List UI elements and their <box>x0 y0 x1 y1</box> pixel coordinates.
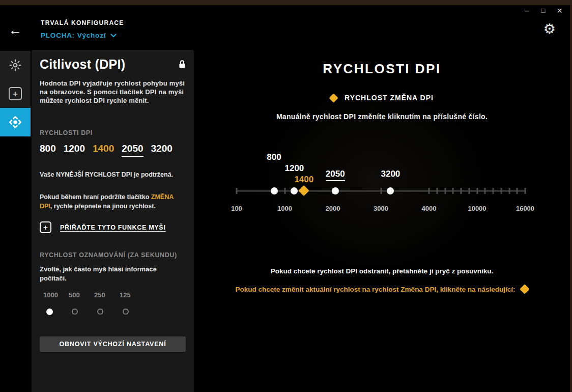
dpi-marker-label-1400[interactable]: 1400 <box>294 175 313 185</box>
chevron-down-icon <box>110 34 117 38</box>
note-dpi-shift: Pokud během hraní podržíte tlačítko ZMĚN… <box>40 192 186 211</box>
dpi-marker-1400[interactable] <box>299 185 309 196</box>
slider-tick-5000 <box>436 188 438 194</box>
report-rate-radio-1000[interactable] <box>46 309 53 315</box>
report-rate-help: Zvolte, jak často myš hlásí informace po… <box>40 265 167 283</box>
report-rate-option-label: 500 <box>65 291 80 299</box>
dpi-shift-legend: RYCHLOST ZMĚNA DPI <box>194 94 570 102</box>
main-area: RYCHLOSTI DPI RYCHLOST ZMĚNA DPI Manuáln… <box>194 50 570 392</box>
panel-description: Hodnota DPI vyjadřuje rychlost pohybu my… <box>40 79 186 105</box>
hint-shift-text: Pokud chcete změnit aktuální rychlost na… <box>236 286 516 293</box>
sidebar-item-assignments[interactable]: + <box>0 79 31 108</box>
profile-label: PLOCHA: Výchozí <box>41 32 106 39</box>
panel-dpi-value-3200[interactable]: 3200 <box>151 143 173 154</box>
slider-tick-11000 <box>484 188 486 194</box>
slider-tick-15000 <box>517 188 518 194</box>
slider-tick-7000 <box>452 188 454 194</box>
config-eyebrow: TRVALÁ KONFIGURACE <box>41 19 124 26</box>
dpi-shift-diamond-icon[interactable] <box>520 284 530 294</box>
back-arrow-icon[interactable]: ← <box>9 23 22 37</box>
dpi-marker-800[interactable] <box>271 187 278 194</box>
report-rate-option-label: 250 <box>91 291 105 299</box>
assign-link-label: PŘIŘAĎTE TYTO FUNKCE MYŠI <box>60 224 166 231</box>
slider-tick-10000 <box>476 188 478 194</box>
dpi-marker-1200[interactable] <box>291 187 298 194</box>
window-top-border <box>0 0 572 5</box>
slider-tick-4000 <box>428 188 430 194</box>
dpi-slider[interactable]: 1001000200030004000100001600080012001400… <box>237 173 525 219</box>
hint-remove-dpi: Pokud chcete rychlost DPI odstranit, pře… <box>194 267 570 275</box>
panel-dpi-value-2050[interactable]: 2050 <box>122 143 143 157</box>
report-rate-option-1000: 1000 <box>40 291 65 315</box>
report-rate-radio-250[interactable] <box>97 309 103 315</box>
panel-header: Citlivost (DPI) <box>40 57 186 72</box>
restore-defaults-button[interactable]: OBNOVIT VÝCHOZÍ NASTAVENÍ <box>40 337 186 352</box>
note-shift-pre: Pokud během hraní podržíte tlačítko <box>40 193 151 201</box>
maximize-button[interactable]: □ <box>539 6 548 15</box>
dpi-marker-label-3200[interactable]: 3200 <box>381 169 400 179</box>
dpi-shift-diamond-icon <box>329 93 338 102</box>
plus-square-icon: + <box>40 221 51 233</box>
note-shift-post: , rychle přepnete na jinou rychlost. <box>50 203 156 210</box>
panel-dpi-value-1200[interactable]: 1200 <box>64 143 85 154</box>
slider-tick-100 <box>236 188 238 194</box>
header: TRVALÁ KONFIGURACE PLOCHA: Výchozí <box>41 19 124 39</box>
dpi-marker-2050[interactable] <box>332 187 339 194</box>
dpi-shift-legend-label: RYCHLOST ZMĚNA DPI <box>345 94 434 102</box>
slider-tick-1000 <box>284 188 285 194</box>
slider-tick-9000 <box>468 188 470 194</box>
gear-icon[interactable]: ⚙ <box>544 22 556 36</box>
slider-axis-label-3000: 3000 <box>374 205 388 212</box>
slider-axis-label-100: 100 <box>231 205 242 212</box>
close-button[interactable]: × <box>555 6 564 15</box>
dpi-marker-label-800[interactable]: 800 <box>267 152 281 162</box>
plus-square-icon: + <box>9 87 22 100</box>
main-title: RYCHLOSTI DPI <box>194 50 570 77</box>
hint-shift-dpi: Pokud chcete změnit aktuální rychlost na… <box>194 286 570 293</box>
report-rate-options: 1000500250125 <box>40 291 186 315</box>
report-rate-radio-125[interactable] <box>123 309 129 315</box>
dpi-values-row: 8001200140020503200 <box>40 143 186 157</box>
slider-tick-6000 <box>444 188 446 194</box>
slider-instructions: Manuálně rychlost DPI změníte kliknutím … <box>194 113 570 121</box>
sidebar-item-lighting[interactable] <box>0 51 31 79</box>
window-right-border <box>570 5 572 392</box>
report-rate-option-label: 125 <box>116 291 131 299</box>
report-rate-label: RYCHLOST OZNAMOVÁNÍ (ZA SEKUNDU) <box>40 251 186 259</box>
minimize-button[interactable]: – <box>523 6 531 15</box>
sidebar-item-dpi-sensitivity[interactable] <box>0 108 31 136</box>
slider-tick-16000 <box>525 188 526 194</box>
slider-tick-12000 <box>493 188 494 194</box>
slider-axis-label-10000: 10000 <box>468 205 486 212</box>
report-rate-option-250: 250 <box>91 291 116 315</box>
slider-axis-label-16000: 16000 <box>516 205 534 212</box>
panel-dpi-value-800[interactable]: 800 <box>40 143 56 154</box>
panel-dpi-value-1400[interactable]: 1400 <box>93 143 114 154</box>
assign-functions-link[interactable]: + PŘIŘAĎTE TYTO FUNKCE MYŠI <box>40 221 186 233</box>
slider-tick-13000 <box>500 188 502 194</box>
sun-icon <box>8 58 22 72</box>
slider-axis-label-4000: 4000 <box>422 205 437 212</box>
profile-selector[interactable]: PLOCHA: Výchozí <box>41 32 124 39</box>
sidebar: + <box>0 51 31 136</box>
slider-axis-label-2000: 2000 <box>326 205 340 212</box>
slider-axis-label-1000: 1000 <box>277 205 292 212</box>
slider-tick-8000 <box>461 188 462 194</box>
dpi-marker-label-2050[interactable]: 2050 <box>326 169 345 181</box>
note-current-dpi: Vaše NYNĚJŠÍ RYCHLOST DPI je podtržená. <box>40 170 186 179</box>
lock-icon <box>179 60 186 69</box>
slider-tick-3000 <box>380 188 382 194</box>
report-rate-option-500: 500 <box>65 291 91 315</box>
dpi-section-label: RYCHLOSTI DPI <box>40 129 186 136</box>
dpi-settings-panel: Citlivost (DPI) Hodnota DPI vyjadřuje ry… <box>32 50 194 392</box>
slider-tick-14000 <box>508 188 510 194</box>
dpi-marker-label-1200[interactable]: 1200 <box>284 163 304 174</box>
move-icon <box>8 115 23 130</box>
titlebar-controls: – □ × <box>523 6 564 15</box>
panel-title: Citlivost (DPI) <box>40 57 125 72</box>
dpi-marker-3200[interactable] <box>387 187 394 194</box>
report-rate-radio-500[interactable] <box>72 309 78 315</box>
report-rate-option-125: 125 <box>116 291 141 315</box>
report-rate-option-label: 1000 <box>40 291 58 299</box>
